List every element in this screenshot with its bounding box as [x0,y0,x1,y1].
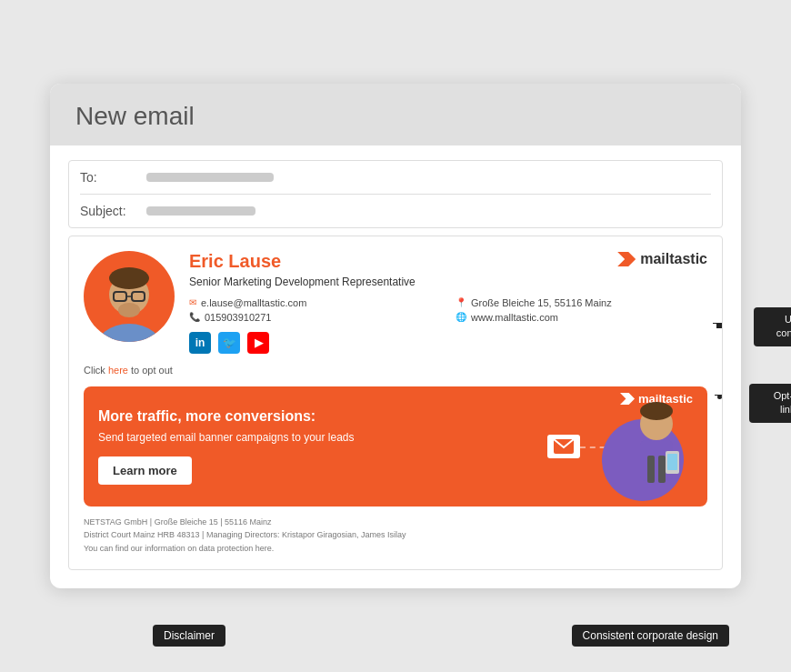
email-body: To: Subject: mailtastic [50,145,741,588]
envelope-svg [554,439,574,454]
opt-out-dot [717,395,722,399]
opt-out-suffix: to opt out [128,365,173,376]
social-links: in 🐦 ▶ [189,332,707,354]
opt-out-section: Click here to opt out [84,365,707,376]
opt-out-link[interactable]: here [108,365,128,376]
signature-top: Eric Lause Senior Marketing Development … [84,251,707,354]
address-contact: 📍 Große Bleiche 15, 55116 Mainz [456,297,707,308]
email-header: New email [50,84,741,145]
contact-dot [716,323,722,328]
opt-out-annotation: Opt-out links [749,384,791,423]
signature-container: mailtastic [68,236,723,570]
map-pin-icon: 📍 [456,297,466,307]
subject-value-placeholder[interactable] [146,206,255,216]
envelope-icon [547,435,580,458]
youtube-icon[interactable]: ▶ [247,332,269,354]
phone-icon: 📞 [189,312,200,322]
svg-point-2 [109,267,149,289]
to-value-placeholder[interactable] [146,173,274,182]
website-contact: 🌐 www.malltastic.com [456,312,707,323]
contact-details-annotation: Up-to-date contact details [754,307,791,346]
email-icon: ✉ [189,297,196,307]
learn-more-button[interactable]: Learn more [98,456,192,485]
email-value: e.lause@malltastic.com [201,297,306,308]
avatar [84,251,175,342]
contact-details: ✉ e.lause@malltastic.com 📍 Große Bleiche… [189,297,707,323]
disclaimer-line3: You can find our information on data pro… [84,542,707,555]
to-label: To: [80,170,139,185]
page-title: New email [75,102,716,131]
svg-point-0 [95,324,164,342]
banner-title: More traffic, more conversions: [98,408,529,425]
address-value: Große Bleiche 15, 55116 Mainz [471,297,612,308]
phone-value: 015903910271 [205,312,271,323]
banner-subtitle: Send targeted email banner campaigns to … [98,430,529,446]
email-banner: More traffic, more conversions: Send tar… [84,386,707,507]
logo-text: mailtastic [640,251,707,267]
to-field-row: To: [80,161,711,195]
phone-contact: 📞 015903910271 [189,312,441,323]
opt-out-prefix: Click [84,365,108,376]
svg-rect-13 [667,454,677,470]
banner-right: mailtastic [529,401,693,492]
email-fields: To: Subject: [68,160,723,228]
twitter-icon[interactable]: 🐦 [218,332,240,354]
svg-point-6 [118,303,140,317]
svg-point-14 [640,402,673,420]
logo-icon [617,252,636,266]
company-logo: mailtastic [617,251,707,267]
svg-rect-10 [647,456,655,483]
website-value: www.malltastic.com [471,312,558,323]
email-contact: ✉ e.lause@malltastic.com [189,297,441,308]
globe-icon: 🌐 [456,312,466,322]
contact-title: Senior Marketing Development Representat… [189,276,707,288]
avatar-image [91,260,168,342]
subject-field-row: Subject: [80,195,711,227]
linkedin-icon[interactable]: in [189,332,211,354]
disclaimer-section: NETSTAG GmbH | Große Bleiche 15 | 55116 … [84,516,707,555]
disclaimer-line2: District Court Mainz HRB 48313 | Managin… [84,528,707,541]
subject-label: Subject: [80,204,139,218]
banner-person-illustration [602,401,693,492]
email-compose-window: New email To: Subject: mailta [50,84,741,588]
disclaimer-line1: NETSTAG GmbH | Große Bleiche 15 | 55116 … [84,516,707,528]
corporate-design-annotation: Consistent corporate design [572,625,729,647]
disclaimer-annotation: Disclaimer [153,625,225,647]
banner-content: More traffic, more conversions: Send tar… [98,408,529,485]
svg-rect-11 [658,456,666,483]
